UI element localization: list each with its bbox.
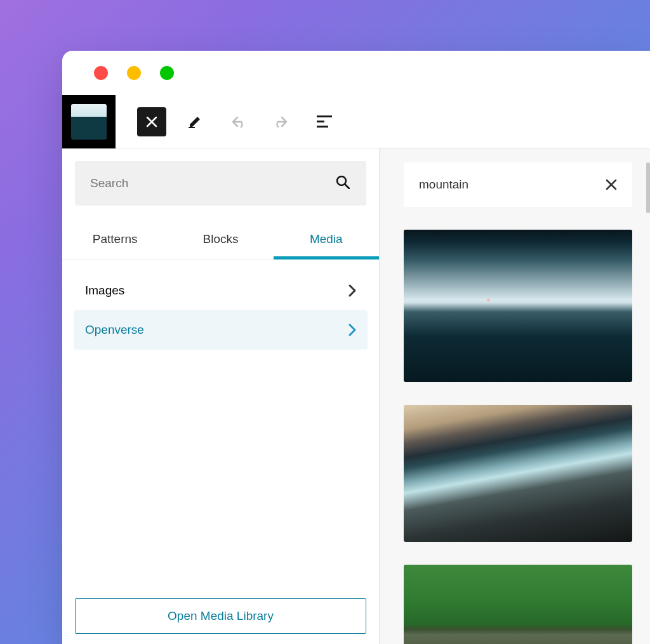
close-icon: [146, 116, 157, 128]
titlebar: [62, 51, 650, 95]
tab-patterns[interactable]: Patterns: [62, 222, 168, 259]
document-overview-button[interactable]: [310, 107, 339, 136]
window-close-icon[interactable]: [94, 66, 108, 80]
result-image[interactable]: [404, 230, 632, 382]
chevron-right-icon: [348, 284, 356, 297]
tab-blocks[interactable]: Blocks: [168, 222, 273, 259]
svg-line-5: [345, 185, 349, 188]
tab-media[interactable]: Media: [274, 222, 379, 259]
result-image[interactable]: [404, 565, 632, 644]
close-icon: [606, 179, 617, 190]
results-search-value: mountain: [419, 178, 468, 192]
inserter-tabs: Patterns Blocks Media: [62, 222, 379, 260]
redo-button[interactable]: [267, 107, 296, 136]
tools-button[interactable]: [180, 107, 209, 136]
open-media-library-button[interactable]: Open Media Library: [75, 598, 366, 634]
results-search-input[interactable]: mountain: [404, 162, 632, 207]
media-category-list: Images Openverse: [62, 260, 379, 350]
app-window: Patterns Blocks Media Images Openverse: [62, 51, 650, 644]
media-category-label: Openverse: [85, 323, 144, 337]
undo-icon: [230, 115, 246, 128]
site-thumbnail-icon: [71, 104, 107, 140]
window-minimize-icon[interactable]: [127, 66, 141, 80]
media-category-openverse[interactable]: Openverse: [74, 310, 368, 350]
chevron-right-icon: [348, 324, 356, 336]
undo-button[interactable]: [223, 107, 253, 136]
svg-rect-0: [189, 127, 195, 128]
site-icon-button[interactable]: [62, 95, 116, 148]
window-zoom-icon[interactable]: [160, 66, 174, 80]
media-category-images[interactable]: Images: [74, 271, 368, 310]
redo-icon: [273, 115, 289, 128]
edit-icon: [187, 114, 202, 129]
close-inserter-button[interactable]: [137, 107, 166, 136]
result-image[interactable]: [404, 405, 632, 542]
scrollbar[interactable]: [646, 162, 650, 213]
svg-rect-1: [317, 115, 332, 117]
inserter-panel: Patterns Blocks Media Images Openverse: [62, 148, 380, 644]
media-category-label: Images: [85, 284, 124, 298]
content-area: Patterns Blocks Media Images Openverse: [62, 148, 650, 644]
clear-search-button[interactable]: [606, 179, 617, 190]
search-icon: [336, 175, 350, 189]
media-results-panel: mountain: [380, 148, 650, 644]
toolbar: [62, 95, 650, 148]
svg-rect-2: [317, 121, 324, 122]
list-view-icon: [317, 115, 332, 128]
svg-point-4: [337, 176, 346, 185]
inserter-search-wrap: [62, 148, 379, 206]
svg-rect-3: [317, 126, 328, 128]
inserter-search-input[interactable]: [75, 161, 366, 206]
